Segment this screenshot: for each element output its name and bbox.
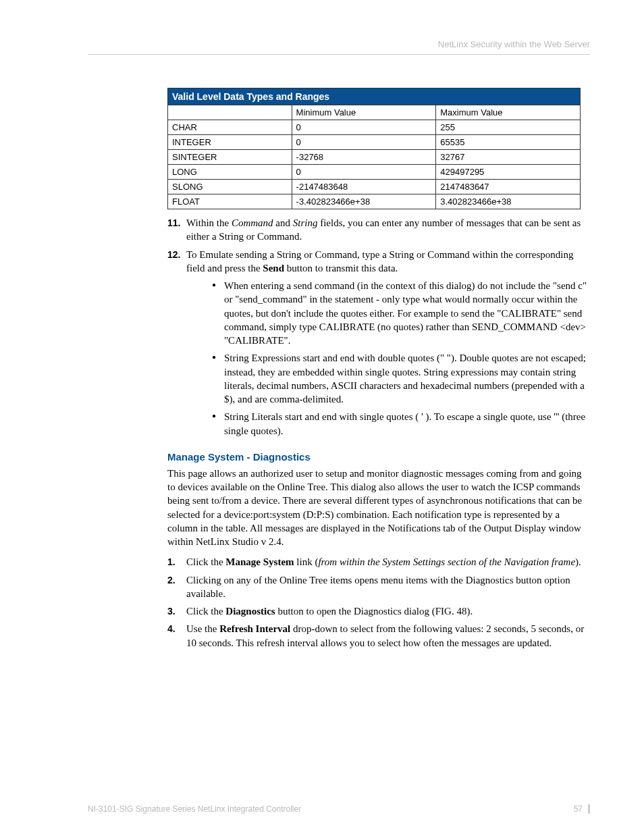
- text-italic: String: [293, 217, 318, 228]
- table-row: FLOAT -3.402823466e+38 3.402823466e+38: [168, 194, 581, 209]
- step-body: Click the Manage System link (from withi…: [186, 555, 590, 569]
- cell: SINTEGER: [168, 150, 292, 165]
- text-bold: Send: [263, 263, 284, 273]
- step-11: 11. Within the Command and String fields…: [167, 216, 590, 244]
- step-body: Use the Refresh Interval drop-down to se…: [186, 622, 590, 650]
- text-italic: Command: [232, 217, 273, 228]
- step-4: 4. Use the Refresh Interval drop-down to…: [167, 622, 590, 650]
- cell: -32768: [292, 150, 436, 165]
- step-12: 12. To Emulate sending a String or Comma…: [167, 248, 590, 442]
- table-row: SINTEGER -32768 32767: [168, 150, 581, 165]
- cell: SLONG: [168, 180, 292, 194]
- text: button to transmit this data.: [284, 263, 398, 273]
- section-heading-diagnostics: Manage System - Diagnostics: [167, 451, 590, 463]
- cell: 429497295: [436, 165, 581, 180]
- table-header-cell: Maximum Value: [436, 105, 581, 120]
- step-number: 1.: [167, 555, 186, 569]
- cell: 32767: [436, 150, 581, 165]
- cell: LONG: [168, 165, 292, 180]
- text-bold: Diagnostics: [225, 606, 275, 617]
- header-section-title: NetLinx Security within the Web Server: [438, 39, 590, 49]
- text: button to open the Diagnostics dialog (F…: [275, 606, 473, 617]
- text: Click the: [186, 606, 225, 617]
- text: ).: [575, 556, 581, 567]
- data-types-table: Valid Level Data Types and Ranges Minimu…: [167, 88, 581, 209]
- step-number: 11.: [167, 216, 186, 244]
- step-body: Clicking on any of the Online Tree items…: [186, 573, 590, 601]
- table-row: INTEGER 0 65535: [168, 135, 581, 150]
- page-number: 57: [574, 804, 590, 814]
- cell: 255: [436, 120, 581, 135]
- text: Use the: [186, 623, 219, 634]
- cell: 0: [292, 120, 436, 135]
- cell: FLOAT: [168, 194, 292, 209]
- list-item: String Literals start and end with singl…: [212, 410, 590, 438]
- cell: 0: [292, 135, 436, 150]
- cell: CHAR: [168, 120, 292, 135]
- table-header-cell: [168, 105, 292, 120]
- step-2: 2. Clicking on any of the Online Tree it…: [167, 573, 590, 601]
- cell: 3.402823466e+38: [436, 194, 581, 209]
- text: and: [273, 217, 293, 228]
- step-1: 1. Click the Manage System link (from wi…: [167, 555, 590, 569]
- list-item: String Expressions start and end with do…: [212, 351, 590, 406]
- table-row: SLONG -2147483648 2147483647: [168, 180, 581, 194]
- text: Within the: [186, 217, 232, 228]
- step-body: Click the Diagnostics button to open the…: [186, 604, 590, 618]
- table-title: Valid Level Data Types and Ranges: [168, 88, 581, 105]
- step-number: 3.: [167, 604, 186, 618]
- cell: -3.402823466e+38: [292, 194, 436, 209]
- text-bold: Manage System: [225, 556, 294, 567]
- text: Click the: [186, 556, 225, 567]
- step-body: To Emulate sending a String or Command, …: [186, 248, 590, 442]
- text: link (: [294, 556, 319, 567]
- footer: NI-3101-SIG Signature Series NetLinx Int…: [88, 804, 590, 814]
- step-number: 2.: [167, 573, 186, 601]
- section-paragraph: This page allows an authorized user to s…: [167, 467, 590, 549]
- text-italic: from within the System Settings section …: [318, 556, 575, 567]
- text-bold: Refresh Interval: [219, 623, 290, 634]
- header-rule: [88, 54, 590, 55]
- step-number: 4.: [167, 622, 186, 650]
- footer-title: NI-3101-SIG Signature Series NetLinx Int…: [88, 804, 301, 814]
- cell: 65535: [436, 135, 581, 150]
- cell: 2147483647: [436, 180, 581, 194]
- table-row: CHAR 0 255: [168, 120, 581, 135]
- cell: 0: [292, 165, 436, 180]
- step-number: 12.: [167, 248, 186, 442]
- cell: INTEGER: [168, 135, 292, 150]
- step-body: Within the Command and String fields, yo…: [186, 216, 590, 244]
- table-row: LONG 0 429497295: [168, 165, 581, 180]
- step-3: 3. Click the Diagnostics button to open …: [167, 604, 590, 618]
- cell: -2147483648: [292, 180, 436, 194]
- list-item: When entering a send command (in the con…: [212, 279, 590, 347]
- table-header-cell: Minimum Value: [292, 105, 436, 120]
